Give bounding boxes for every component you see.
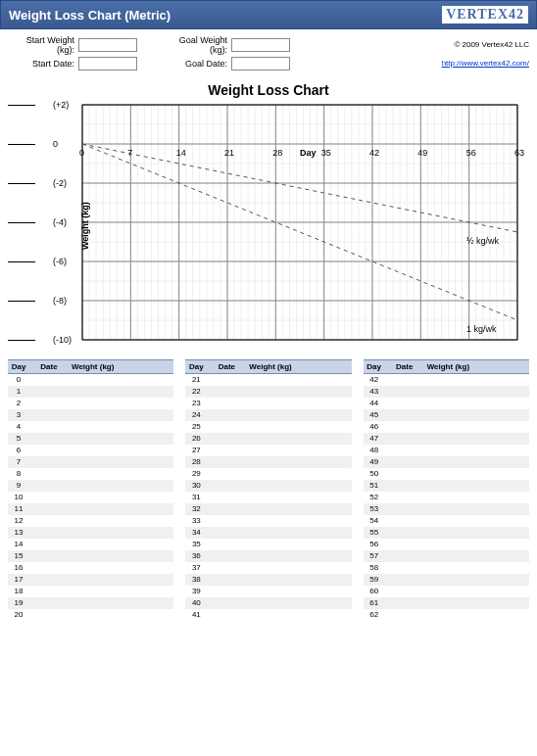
cell-date[interactable] xyxy=(385,527,424,539)
cell-date[interactable] xyxy=(29,586,69,597)
cell-date[interactable] xyxy=(29,468,69,480)
cell-weight[interactable] xyxy=(246,597,351,609)
cell-weight[interactable] xyxy=(69,574,173,586)
cell-weight[interactable] xyxy=(424,609,529,621)
cell-date[interactable] xyxy=(207,515,246,527)
cell-weight[interactable] xyxy=(69,515,173,527)
cell-weight[interactable] xyxy=(246,539,351,550)
cell-date[interactable] xyxy=(29,527,69,539)
cell-weight[interactable] xyxy=(69,609,173,621)
cell-date[interactable] xyxy=(207,421,246,433)
cell-weight[interactable] xyxy=(69,550,173,562)
cell-weight[interactable] xyxy=(246,480,351,492)
cell-weight[interactable] xyxy=(424,433,529,445)
cell-weight[interactable] xyxy=(246,609,351,621)
cell-weight[interactable] xyxy=(424,503,529,515)
cell-weight[interactable] xyxy=(246,503,351,515)
cell-date[interactable] xyxy=(207,503,246,515)
cell-date[interactable] xyxy=(29,456,69,468)
cell-weight[interactable] xyxy=(424,586,529,597)
cell-date[interactable] xyxy=(385,562,424,574)
cell-weight[interactable] xyxy=(424,515,529,527)
cell-date[interactable] xyxy=(385,468,424,480)
cell-date[interactable] xyxy=(385,480,424,492)
cell-date[interactable] xyxy=(385,586,424,597)
cell-weight[interactable] xyxy=(69,433,173,445)
cell-date[interactable] xyxy=(385,515,424,527)
cell-weight[interactable] xyxy=(246,550,351,562)
cell-date[interactable] xyxy=(29,433,69,445)
cell-weight[interactable] xyxy=(424,421,529,433)
cell-weight[interactable] xyxy=(69,562,173,574)
cell-date[interactable] xyxy=(207,374,246,386)
cell-date[interactable] xyxy=(385,609,424,621)
cell-weight[interactable] xyxy=(246,574,351,586)
cell-weight[interactable] xyxy=(424,386,529,398)
cell-date[interactable] xyxy=(385,398,424,409)
cell-date[interactable] xyxy=(207,386,246,398)
cell-date[interactable] xyxy=(29,445,69,456)
cell-weight[interactable] xyxy=(69,527,173,539)
cell-date[interactable] xyxy=(29,398,69,409)
cell-weight[interactable] xyxy=(69,386,173,398)
cell-weight[interactable] xyxy=(69,480,173,492)
cell-date[interactable] xyxy=(207,445,246,456)
goal-weight-input[interactable] xyxy=(231,38,290,52)
cell-weight[interactable] xyxy=(424,409,529,421)
cell-weight[interactable] xyxy=(246,492,351,503)
cell-weight[interactable] xyxy=(69,468,173,480)
cell-weight[interactable] xyxy=(246,586,351,597)
cell-date[interactable] xyxy=(29,539,69,550)
cell-date[interactable] xyxy=(207,409,246,421)
cell-date[interactable] xyxy=(29,409,69,421)
cell-date[interactable] xyxy=(207,527,246,539)
cell-date[interactable] xyxy=(385,574,424,586)
cell-weight[interactable] xyxy=(246,515,351,527)
cell-weight[interactable] xyxy=(69,586,173,597)
cell-date[interactable] xyxy=(207,609,246,621)
cell-date[interactable] xyxy=(385,539,424,550)
cell-date[interactable] xyxy=(207,586,246,597)
cell-date[interactable] xyxy=(207,468,246,480)
cell-weight[interactable] xyxy=(424,539,529,550)
cell-weight[interactable] xyxy=(424,492,529,503)
cell-date[interactable] xyxy=(207,574,246,586)
cell-weight[interactable] xyxy=(69,409,173,421)
cell-weight[interactable] xyxy=(424,468,529,480)
cell-date[interactable] xyxy=(385,386,424,398)
cell-weight[interactable] xyxy=(69,597,173,609)
cell-weight[interactable] xyxy=(424,398,529,409)
cell-date[interactable] xyxy=(385,445,424,456)
cell-weight[interactable] xyxy=(69,421,173,433)
vertex42-link[interactable]: http://www.vertex42.com/ xyxy=(442,59,529,68)
cell-date[interactable] xyxy=(29,550,69,562)
cell-weight[interactable] xyxy=(69,503,173,515)
cell-weight[interactable] xyxy=(246,433,351,445)
cell-date[interactable] xyxy=(29,480,69,492)
cell-date[interactable] xyxy=(29,374,69,386)
cell-weight[interactable] xyxy=(424,527,529,539)
cell-date[interactable] xyxy=(385,374,424,386)
cell-weight[interactable] xyxy=(424,550,529,562)
cell-weight[interactable] xyxy=(246,468,351,480)
cell-weight[interactable] xyxy=(246,386,351,398)
cell-date[interactable] xyxy=(207,398,246,409)
cell-weight[interactable] xyxy=(424,597,529,609)
cell-weight[interactable] xyxy=(246,527,351,539)
cell-date[interactable] xyxy=(207,539,246,550)
cell-date[interactable] xyxy=(385,550,424,562)
cell-date[interactable] xyxy=(29,515,69,527)
cell-date[interactable] xyxy=(207,550,246,562)
cell-date[interactable] xyxy=(385,421,424,433)
cell-date[interactable] xyxy=(207,480,246,492)
cell-weight[interactable] xyxy=(424,456,529,468)
cell-weight[interactable] xyxy=(69,539,173,550)
goal-date-input[interactable] xyxy=(231,57,290,71)
cell-date[interactable] xyxy=(29,597,69,609)
start-date-input[interactable] xyxy=(78,57,137,71)
cell-weight[interactable] xyxy=(424,562,529,574)
cell-weight[interactable] xyxy=(424,480,529,492)
cell-date[interactable] xyxy=(29,421,69,433)
cell-date[interactable] xyxy=(207,562,246,574)
cell-date[interactable] xyxy=(29,503,69,515)
